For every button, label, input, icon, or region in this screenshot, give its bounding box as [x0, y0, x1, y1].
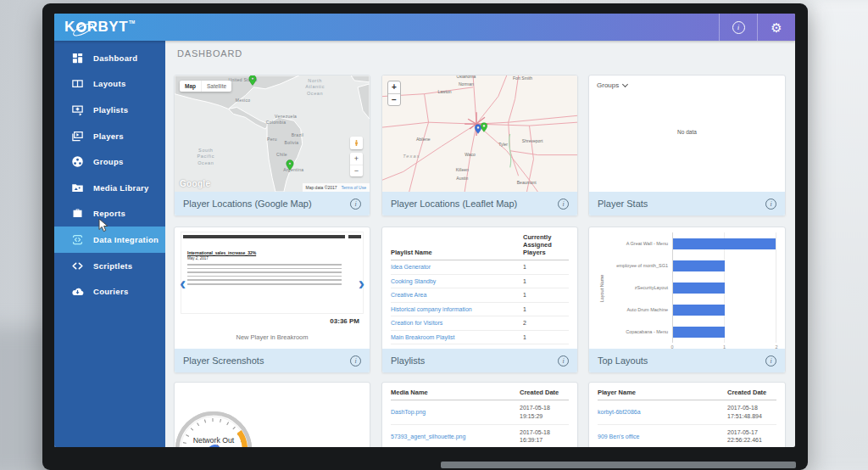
table-row: 57393_agent_silhouette.png 2017-05-18 16… — [391, 425, 569, 447]
bar — [673, 283, 725, 294]
bar — [673, 327, 725, 338]
carousel-next-button[interactable]: › — [359, 275, 364, 294]
sidebar-nav: Dashboard Layouts Playlists Players Grou… — [54, 41, 165, 447]
playlist-link[interactable]: Creation for Visitors — [391, 320, 442, 326]
info-icon[interactable]: i — [350, 199, 361, 210]
player-stats-body: Groups No data — [589, 76, 785, 192]
created-date: 2017-05-17 22:56:22.461 — [727, 428, 776, 445]
groups-dropdown[interactable]: Groups — [597, 81, 627, 89]
map-type-control: Map Satellite — [180, 81, 231, 92]
sidebar-item[interactable]: Playlists — [54, 97, 165, 123]
media-link[interactable]: 57393_agent_silhouette.png — [391, 434, 465, 439]
card-playlists: Playlist Name Currently Assigned Players… — [381, 227, 578, 373]
leaflet-map[interactable]: Oklahoma Norman Fort Smith Lawton Abilen… — [382, 76, 577, 192]
zoom-out-button[interactable]: − — [350, 165, 363, 177]
media-table: Media Name Created Date DashTop.png 2017… — [382, 383, 577, 447]
playlist-link[interactable]: Cooking Standby — [391, 278, 436, 284]
dashboard-content: DASHBOARD United States — [165, 41, 795, 447]
map-pin-icon[interactable] — [479, 122, 489, 132]
sidebar-item-label: Couriers — [93, 287, 128, 296]
table-row: Main Breakroom Playlist 1 — [391, 331, 569, 345]
info-icon[interactable]: i — [558, 355, 569, 366]
player-link[interactable]: 909 Ben's office — [598, 434, 639, 439]
sidebar-item[interactable]: Reports — [54, 201, 165, 227]
info-icon[interactable]: i — [558, 199, 569, 210]
screen: K RBYT TM i ⚙ Dashboard Layouts — [54, 14, 795, 447]
sidebar-item-label: Media Library — [93, 183, 149, 193]
bar-labels: A Great Wall - Menu employee of month_SG… — [601, 232, 672, 343]
groups-dropdown-label: Groups — [597, 81, 619, 89]
gear-icon: ⚙ — [771, 21, 782, 34]
zoom-in-button[interactable]: + — [388, 81, 400, 94]
info-button[interactable]: i — [719, 14, 757, 41]
x-tick: 0 — [670, 344, 673, 349]
map-pin-icon[interactable] — [248, 76, 259, 86]
map-city-label: Austin — [456, 176, 468, 181]
page-title: DASHBOARD — [177, 48, 242, 59]
bar-row — [673, 255, 776, 277]
korbyt-logo[interactable]: K RBYT TM — [64, 19, 135, 36]
bar-label: employee of month_SG1 — [601, 255, 672, 277]
logo-planet-icon — [76, 22, 86, 32]
date-value: 2017-05-17 — [727, 429, 758, 435]
assigned-players-count: 2 — [523, 320, 569, 326]
background-blur-shape — [813, 0, 868, 470]
terms-link[interactable]: Terms of Use — [342, 185, 366, 190]
zoom-out-button[interactable]: − — [388, 94, 400, 106]
map-place-label: Chile — [276, 152, 287, 157]
player-link[interactable]: korbyt-6bf2086a — [598, 409, 641, 415]
map-city-label: Lawton — [438, 89, 452, 94]
bar-label: Copacabana - Menu — [601, 321, 672, 343]
playlist-link[interactable]: Idea Generator — [391, 264, 431, 270]
gauges-body: Network In Network Out — [175, 383, 370, 447]
google-map[interactable]: United States Mexico Venezuela Colombia … — [175, 76, 370, 192]
playlist-link[interactable]: Main Breakroom Playlist — [391, 334, 454, 340]
table-row: Cooking Standby 1 — [391, 275, 569, 289]
map-city-label: Texas — [403, 154, 420, 159]
map-city-label: Abilene — [416, 137, 431, 142]
sidebar-item[interactable]: Couriers — [54, 278, 165, 305]
table-header: Player Name Created Date — [598, 389, 776, 400]
screenshot-doc-text — [187, 264, 342, 287]
table-row: Idea Generator 1 — [391, 260, 569, 275]
nav-icon — [71, 260, 84, 272]
sidebar-item[interactable]: Groups — [54, 148, 165, 175]
sidebar-item[interactable]: Layouts — [54, 71, 165, 98]
sidebar-item[interactable]: Data Integration — [54, 227, 165, 253]
sidebar-item-label: Data Integration — [93, 235, 159, 244]
carousel-prev-button[interactable]: ‹ — [180, 275, 186, 294]
screenshot-thumbnail[interactable]: International_sales_increase_32% May 2, … — [181, 232, 364, 314]
media-link[interactable]: DashTop.png — [391, 409, 426, 415]
playlist-link[interactable]: Historical company information — [391, 306, 472, 312]
sidebar-item[interactable]: Players — [54, 123, 165, 149]
table-row: 909 Ben's office 2017-05-17 22:56:22.461 — [598, 425, 776, 447]
map-type-satellite-button[interactable]: Satellite — [201, 81, 231, 92]
map-pin-icon[interactable] — [284, 159, 295, 171]
map-place-label: Venezuela — [275, 114, 297, 119]
map-place-label: Bolivia — [285, 140, 299, 145]
map-city-label: Norman — [459, 81, 474, 87]
x-axis: 0 1 2 — [672, 343, 776, 349]
table-header: Playlist Name Currently Assigned Players — [391, 233, 569, 260]
card-footer: Top Layouts i — [589, 349, 785, 372]
x-tick: 2 — [775, 344, 777, 349]
settings-button[interactable]: ⚙ — [757, 14, 795, 41]
card-player-stats: Groups No data Player Stats i — [588, 75, 786, 216]
sidebar-item[interactable]: Dashboard — [54, 45, 165, 71]
map-zoom-control: + − — [350, 153, 363, 176]
playlist-link[interactable]: Creative Area — [391, 292, 426, 298]
column-header: Playlist Name — [391, 249, 432, 256]
info-icon[interactable]: i — [765, 355, 776, 366]
info-icon[interactable]: i — [765, 199, 776, 210]
sidebar-item-label: Dashboard — [93, 53, 137, 63]
zoom-in-button[interactable]: + — [350, 153, 363, 165]
map-type-map-button[interactable]: Map — [180, 81, 201, 92]
street-view-pegman-button[interactable] — [350, 137, 363, 149]
card-player-locations-google: United States Mexico Venezuela Colombia … — [174, 75, 370, 216]
pegman-icon — [353, 138, 360, 148]
time-value: 19:15:29 — [520, 413, 542, 419]
sidebar-item[interactable]: Media Library — [54, 175, 165, 201]
info-icon[interactable]: i — [350, 355, 361, 366]
sidebar-item[interactable]: Scriptlets — [54, 253, 165, 279]
screenshot-scrollbar — [183, 235, 361, 238]
